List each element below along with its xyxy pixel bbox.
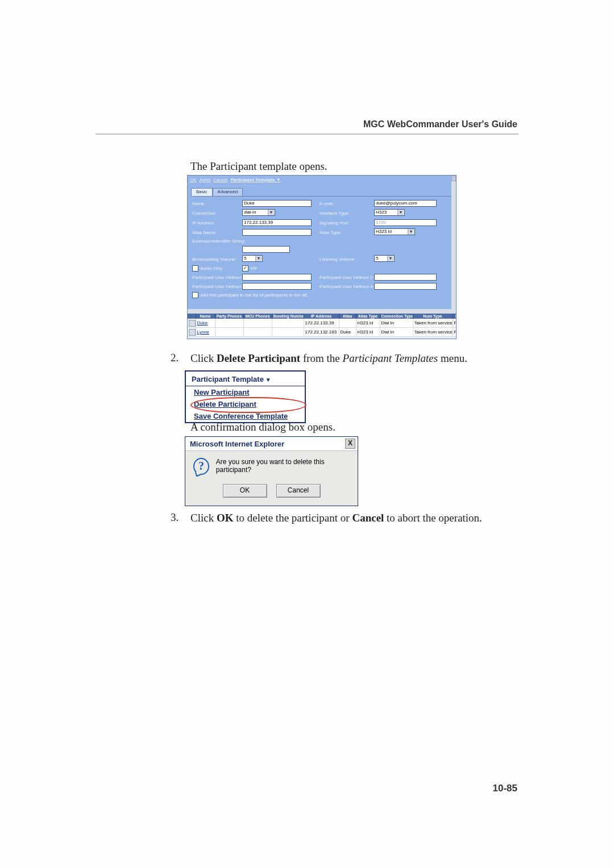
grid-col-partyphones: Party Phones xyxy=(215,314,243,319)
grid-cell: Taken from service xyxy=(413,319,453,328)
page-header: MGC WebCommander User's Guide xyxy=(363,119,517,130)
grid-name-link[interactable]: Duke xyxy=(196,319,215,328)
grid-cell: H323 Id xyxy=(356,319,380,328)
grid-cell xyxy=(339,319,356,328)
interface-type-select[interactable]: H323 xyxy=(374,209,405,216)
menu-title[interactable]: Participant Template xyxy=(186,372,305,386)
menu-delete-participant[interactable]: Delete Participant xyxy=(186,398,305,410)
participant-icon xyxy=(189,320,196,327)
vertical-scrollbar[interactable] xyxy=(451,176,456,332)
audio-only-row: Audio Only xyxy=(192,265,242,272)
menu-new-participant[interactable]: New Participant xyxy=(186,386,305,398)
participant-icon xyxy=(189,329,196,336)
alias-type-select[interactable]: H323 Id xyxy=(374,228,415,235)
grid-cell: Party xyxy=(453,328,457,337)
pud3-label: Participant User Defined 3: xyxy=(192,284,242,289)
step3-text: Click OK to delete the participant or Ca… xyxy=(190,511,482,525)
connection-label: Connection: xyxy=(192,211,242,216)
grid-header-row: Name Party Phones MCU Phones Bonding Num… xyxy=(188,314,457,319)
step2-text: Click Delete Participant from the Partic… xyxy=(190,352,467,365)
email-label: E-mail: xyxy=(320,201,374,206)
grid-cell: 172.22.132.183 xyxy=(304,328,339,337)
panel-toolbar: OK Apply Cancel Participant Template ▼ xyxy=(188,176,456,183)
vip-row: ✓VIP xyxy=(242,265,312,272)
grid-col-meet: Meet xyxy=(453,314,457,319)
intro-text: The Participant template opens. xyxy=(190,160,327,173)
grid-col-bonding: Bonding Number xyxy=(272,314,304,319)
broadcast-vol-select[interactable]: 5 xyxy=(242,255,263,262)
grid-row[interactable]: Lynne 172.22.132.183 Duke H323 Id Dial I… xyxy=(188,328,457,337)
cancel-link[interactable]: Cancel xyxy=(214,177,228,182)
pud1-input[interactable] xyxy=(242,274,312,281)
listen-vol-label: Listening Volume: xyxy=(320,257,374,262)
grid-cell: Taken from service xyxy=(413,328,453,337)
participant-template-menu: Participant Template New Participant Del… xyxy=(185,370,306,423)
tabs: Basic Advanced xyxy=(191,188,453,196)
confirm-dialog: Microsoft Internet Explorer X ? Are you … xyxy=(185,436,358,506)
step3-number: 3. xyxy=(171,511,179,524)
ok-link[interactable]: OK xyxy=(190,177,197,182)
step2-number: 2. xyxy=(171,352,179,364)
grid-cell: Dial In xyxy=(380,328,413,337)
close-icon[interactable]: X xyxy=(345,439,355,449)
grid-col-ip: IP Address xyxy=(304,314,339,319)
grid-col-numtype: Num Type xyxy=(413,314,453,319)
vip-checkbox[interactable]: ✓ xyxy=(242,265,248,272)
broadcast-vol-label: Broadcasting Volume: xyxy=(192,257,242,262)
horizontal-scrollbar[interactable] xyxy=(188,309,451,314)
form-area: Name: Duke E-mail: duke@polycom.com Conn… xyxy=(191,196,453,301)
grid-name-link[interactable]: Lynne xyxy=(196,328,215,337)
name-input[interactable]: Duke xyxy=(242,200,312,207)
alias-name-label: Alias Name: xyxy=(192,230,242,235)
panel-title-menu[interactable]: Participant Template ▼ xyxy=(230,177,280,182)
apply-link[interactable]: Apply xyxy=(200,177,211,182)
pud2-label: Participant User Defined 2: xyxy=(320,275,374,280)
name-label: Name: xyxy=(192,201,242,206)
listen-vol-select[interactable]: 5 xyxy=(374,255,395,262)
grid-col-alias: Alias xyxy=(339,314,356,319)
interface-type-label: Interface Type: xyxy=(320,211,374,216)
tab-advanced[interactable]: Advanced xyxy=(213,188,243,196)
header-rule xyxy=(96,133,518,135)
ip-label: IP Address: xyxy=(192,220,242,226)
question-icon: ? xyxy=(193,458,209,475)
connection-select[interactable]: dial-in xyxy=(242,209,275,216)
grid-cell: H323 Id xyxy=(356,328,380,337)
grid-col-conntype: Connection Type xyxy=(380,314,413,319)
dialog-message: Are you sure you want to delete this par… xyxy=(216,458,350,474)
grid-cell: Dial In xyxy=(380,319,413,328)
participants-grid: Name Party Phones MCU Phones Bonding Num… xyxy=(188,314,456,339)
pud2-input[interactable] xyxy=(374,274,437,281)
grid-cell: Duke xyxy=(339,328,356,337)
audio-only-checkbox[interactable] xyxy=(192,265,198,272)
participant-template-panel: OK Apply Cancel Participant Template ▼ B… xyxy=(187,175,457,339)
extension-input[interactable] xyxy=(242,246,290,253)
pud1-label: Participant User Defined 1: xyxy=(192,275,242,280)
tab-basic[interactable]: Basic xyxy=(191,188,213,196)
signaling-port-label: Signaling Port: xyxy=(320,220,374,226)
alias-type-label: Alias Type: xyxy=(320,230,374,235)
ok-button[interactable]: OK xyxy=(223,484,267,498)
alias-name-input[interactable] xyxy=(242,229,312,236)
confirm-text: A confirmation dialog box opens. xyxy=(190,420,335,434)
pud3-input[interactable] xyxy=(242,283,312,290)
ip-input[interactable]: 172.22.133.39 xyxy=(242,219,312,226)
add-to-db-checkbox[interactable] xyxy=(192,292,198,298)
signaling-port-input[interactable]: 1720 xyxy=(374,219,437,226)
pud4-label: Participant User Defined 4: xyxy=(320,284,374,289)
email-input[interactable]: duke@polycom.com xyxy=(374,200,437,207)
pud4-input[interactable] xyxy=(374,283,437,290)
add-to-db-row: Add this participant to the list of part… xyxy=(192,292,437,298)
grid-cell: Party xyxy=(453,319,457,328)
grid-cell: 172.22.133.39 xyxy=(304,319,339,328)
page-number: 10-85 xyxy=(493,783,517,794)
extension-label: Extension/Identifier String: xyxy=(192,239,312,244)
grid-col-name: Name xyxy=(196,314,215,319)
cancel-button[interactable]: Cancel xyxy=(276,484,321,498)
grid-col-icon xyxy=(188,314,196,319)
grid-col-aliastype: Alias Type xyxy=(356,314,380,319)
grid-col-mcuphones: MCU Phones xyxy=(243,314,272,319)
dialog-titlebar: Microsoft Internet Explorer X xyxy=(185,437,358,451)
grid-row[interactable]: Duke 172.22.133.39 H323 Id Dial In Taken… xyxy=(188,319,457,328)
dialog-title: Microsoft Internet Explorer xyxy=(190,440,284,448)
